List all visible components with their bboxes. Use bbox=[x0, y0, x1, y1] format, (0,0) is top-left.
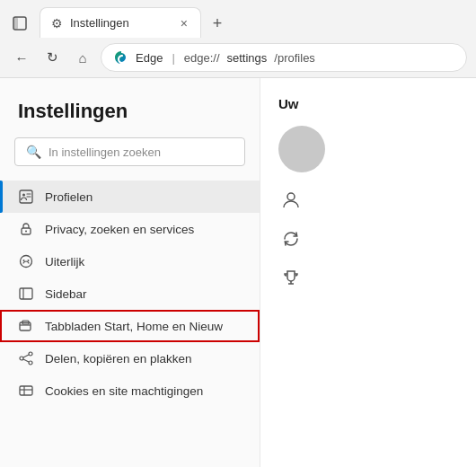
sidebar-item-profielen[interactable]: Profielen bbox=[0, 181, 260, 213]
share-icon bbox=[18, 350, 34, 366]
appearance-icon bbox=[18, 253, 34, 269]
gear-icon: ⚙ bbox=[51, 16, 63, 31]
address-url-prefix: edge:// bbox=[184, 51, 220, 65]
search-box[interactable]: 🔍 In instellingen zoeken bbox=[14, 137, 245, 166]
cookies-icon bbox=[18, 383, 34, 399]
settings-tab[interactable]: ⚙ Instellingen × bbox=[40, 7, 201, 38]
search-icon: 🔍 bbox=[26, 145, 41, 159]
search-placeholder: In instellingen zoeken bbox=[48, 145, 161, 159]
sidebar-item-label-tabbladen: Tabbladen Start, Home en Nieuw bbox=[45, 320, 223, 333]
sidebar-item-label-delen: Delen, kopiëren en plakken bbox=[45, 352, 192, 366]
sync-icon[interactable] bbox=[278, 226, 304, 251]
svg-point-8 bbox=[28, 260, 30, 261]
address-url-highlight: settings bbox=[227, 51, 268, 65]
home-button[interactable]: ⌂ bbox=[70, 45, 95, 70]
svg-point-3 bbox=[22, 194, 25, 197]
url-bar[interactable]: Edge | edge://settings/profiles bbox=[101, 43, 467, 72]
sidebar-icon bbox=[18, 286, 34, 302]
sidebar-item-label-profielen: Profielen bbox=[45, 190, 93, 204]
sidebar-toggle-button[interactable] bbox=[7, 11, 32, 36]
profile-avatar bbox=[278, 126, 325, 172]
trophy-icon[interactable] bbox=[278, 266, 304, 291]
content-area: Instellingen 🔍 In instellingen zoeken Pr… bbox=[0, 78, 476, 467]
svg-rect-18 bbox=[20, 386, 32, 395]
svg-point-7 bbox=[23, 260, 25, 261]
svg-line-17 bbox=[23, 359, 29, 362]
sidebar-item-privacy[interactable]: Privacy, zoeken en services bbox=[0, 213, 260, 245]
address-url-suffix: /profiles bbox=[274, 51, 315, 65]
address-bar: ← ↻ ⌂ Edge | edge://settings/profiles bbox=[0, 38, 476, 77]
tab-title: Instellingen bbox=[70, 16, 172, 30]
edge-logo-icon bbox=[114, 50, 128, 65]
settings-sidebar: Instellingen 🔍 In instellingen zoeken Pr… bbox=[0, 78, 260, 467]
refresh-button[interactable]: ↻ bbox=[40, 45, 65, 70]
panel-subtitle: Uw bbox=[278, 96, 458, 111]
svg-rect-9 bbox=[20, 288, 32, 299]
browser-chrome: ⚙ Instellingen × + ← ↻ ⌂ bbox=[0, 0, 476, 78]
new-tab-button[interactable]: + bbox=[205, 11, 230, 36]
sidebar-item-tabbladen[interactable]: Tabbladen Start, Home en Nieuw bbox=[0, 310, 260, 342]
svg-point-15 bbox=[29, 361, 32, 365]
sidebar-item-uiterlijk[interactable]: Uiterlijk bbox=[0, 245, 260, 278]
back-button[interactable]: ← bbox=[9, 45, 34, 70]
sidebar-item-cookies[interactable]: Cookies en site machtigingen bbox=[0, 374, 260, 407]
sidebar-item-label-privacy: Privacy, zoeken en services bbox=[45, 223, 194, 236]
address-separator: | bbox=[172, 51, 174, 65]
sidebar-item-label-sidebar: Sidebar bbox=[45, 287, 87, 301]
svg-line-16 bbox=[23, 355, 29, 357]
svg-point-13 bbox=[29, 352, 32, 356]
address-brand: Edge bbox=[136, 51, 163, 65]
sidebar-title: Instellingen bbox=[0, 100, 260, 137]
right-icons-list bbox=[278, 187, 458, 291]
right-panel: Uw bbox=[260, 78, 476, 467]
lock-icon bbox=[18, 221, 34, 237]
tabs-icon bbox=[18, 318, 34, 334]
svg-rect-1 bbox=[13, 17, 18, 30]
sidebar-item-label-uiterlijk: Uiterlijk bbox=[45, 255, 84, 269]
sidebar-item-label-cookies: Cookies en site machtigingen bbox=[45, 384, 203, 398]
person-icon[interactable] bbox=[278, 187, 304, 212]
tab-bar: ⚙ Instellingen × + bbox=[0, 0, 476, 38]
svg-point-5 bbox=[25, 231, 27, 233]
profile-icon bbox=[18, 189, 34, 205]
tab-close-button[interactable]: × bbox=[179, 14, 190, 32]
sidebar-item-delen[interactable]: Delen, kopiëren en plakken bbox=[0, 342, 260, 374]
svg-point-21 bbox=[287, 193, 295, 200]
svg-point-14 bbox=[20, 357, 23, 360]
sidebar-item-sidebar[interactable]: Sidebar bbox=[0, 278, 260, 310]
